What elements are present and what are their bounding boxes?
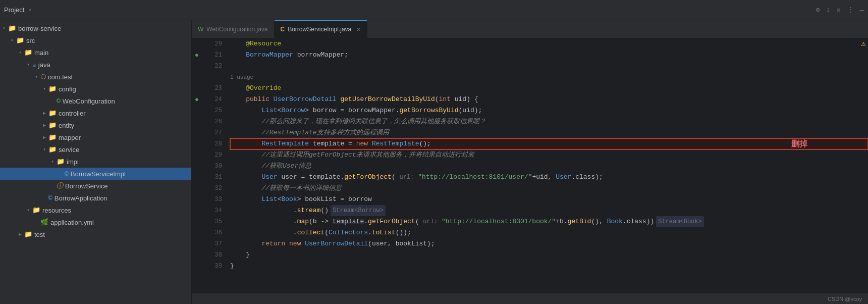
top-bar: Project ▾ ⊕ ↕ ✕ ⋮ — — [0, 0, 868, 20]
tree-arrow: ▾ — [8, 37, 16, 43]
line-num: 23 — [202, 83, 222, 94]
gutter-cell — [192, 161, 202, 172]
code-token — [230, 105, 261, 116]
refresh-icon[interactable]: ↕ — [826, 6, 830, 14]
code-token: } — [230, 249, 250, 261]
code-token: map — [297, 216, 309, 227]
code-token — [230, 238, 261, 249]
class-icon: © — [57, 97, 61, 105]
add-icon[interactable]: ⊕ — [816, 6, 820, 14]
sidebar-item-java[interactable]: ▾ ☕ java — [0, 59, 191, 71]
tree-arrow: ▾ — [0, 25, 8, 31]
sidebar-item-controller[interactable]: ▶ 📁 controller — [0, 107, 191, 119]
sidebar-item-test[interactable]: ▶ 📁 test — [0, 228, 191, 240]
code-token: UserBorrowDetail — [274, 94, 337, 105]
code-token — [368, 138, 372, 149]
sidebar-item-borrowserviceimpl[interactable]: © BorrowServiceImpl — [0, 168, 191, 180]
code-content[interactable]: @Resource BorrowMapper borrowMapper; 1 u… — [226, 38, 868, 293]
sidebar-item-service[interactable]: ▾ 📁 service — [0, 143, 191, 156]
folder-icon: 📁 — [24, 230, 32, 238]
sidebar-item-label: BorrowServiceImpl — [71, 170, 126, 178]
editor-area: W WebConfiguration.java C BorrowServiceI… — [192, 20, 868, 304]
tree-arrow: ▾ — [40, 146, 48, 153]
code-token — [230, 49, 246, 61]
sidebar-item-borrow-service[interactable]: ▾ 📁 borrow-service — [0, 22, 191, 34]
sidebar-item-config[interactable]: ▾ 📁 config — [0, 83, 191, 95]
delete-annotation: 删掉 — [791, 138, 807, 150]
param-hint: url: — [400, 172, 414, 183]
tab-webconfiguration[interactable]: W WebConfiguration.java — [192, 20, 275, 38]
tab-label: WebConfiguration.java — [206, 26, 267, 33]
sidebar-item-impl[interactable]: ▾ 📁 impl — [0, 156, 191, 168]
code-token: User — [556, 172, 571, 183]
tab-icon: W — [198, 26, 203, 33]
code-token: "http://localhost:8301/book/" — [442, 216, 556, 227]
sidebar-item-label: impl — [67, 158, 79, 166]
sidebar-item-borrowservice[interactable]: ⓘ BorrowService — [0, 180, 191, 192]
code-line: public UserBorrowDetail getUserBorrowDet… — [230, 94, 868, 105]
code-token: (b -> — [309, 216, 333, 227]
gutter-cell — [192, 83, 202, 94]
sidebar-item-label: application.yml — [50, 219, 94, 226]
sidebar-item-com-test[interactable]: ▾ ⬡ com.test — [0, 71, 191, 83]
sidebar-item-main[interactable]: ▾ 📁 main — [0, 46, 191, 59]
tree-arrow: ▶ — [40, 110, 48, 116]
code-token: return — [261, 238, 285, 249]
code-token: //那么问题来了，现在拿到借阅关联信息了，怎么调用其他服务获取信息呢？ — [230, 116, 486, 127]
minimize-icon[interactable]: — — [860, 6, 864, 14]
folder-icon: 📁 — [48, 145, 57, 154]
sidebar-item-webconfiguration[interactable]: © WebConfiguration — [0, 95, 191, 107]
code-token: (), — [591, 216, 607, 227]
code-token: getBorrowsByUid — [400, 105, 459, 116]
code-token: public — [246, 94, 269, 105]
sidebar-item-application-yml[interactable]: 🌿 application.yml — [0, 216, 191, 228]
sidebar-item-mapper[interactable]: ▶ 📁 mapper — [0, 131, 191, 143]
tree-arrow: ▾ — [40, 86, 48, 92]
tab-close-icon[interactable]: ✕ — [356, 26, 361, 33]
sidebar-item-src[interactable]: ▾ 📁 src — [0, 34, 191, 46]
folder-icon: 📁 — [57, 158, 65, 166]
code-token: BorrowMapper — [246, 49, 297, 61]
tree-arrow: ▶ — [40, 122, 48, 128]
sidebar-item-label: java — [38, 61, 50, 69]
close-icon[interactable]: ✕ — [836, 6, 840, 14]
sidebar-item-resources[interactable]: ▾ 📁 resources — [0, 204, 191, 216]
code-token — [301, 238, 305, 249]
tab-bar: W WebConfiguration.java C BorrowServiceI… — [192, 20, 868, 38]
gutter-cell — [192, 205, 202, 216]
gutter-cell — [192, 72, 202, 83]
line-num: 24 — [202, 94, 222, 105]
code-token: . — [364, 216, 368, 227]
code-token: +b. — [556, 216, 567, 227]
sidebar-item-entity[interactable]: ▶ 📁 entity — [0, 119, 191, 131]
line-num: 36 — [202, 227, 222, 238]
breakpoint-icon: ● — [195, 96, 199, 104]
code-token — [230, 194, 261, 205]
sidebar-item-label: BorrowApplication — [55, 194, 107, 202]
credit-text: CSDN @vcoy — [828, 296, 862, 302]
code-token: new — [356, 138, 368, 149]
code-token: getUserBorrowDetailByUid — [340, 94, 435, 105]
code-token — [269, 94, 274, 105]
code-token: collect — [297, 227, 325, 238]
sidebar-item-borrowapplication[interactable]: © BorrowApplication — [0, 192, 191, 204]
delete-label-text: 删掉 — [791, 139, 807, 148]
code-token: . — [230, 216, 297, 227]
line-num: 32 — [202, 183, 222, 194]
code-token — [230, 138, 261, 149]
gutter-cell — [192, 249, 202, 261]
code-line: } — [230, 249, 868, 261]
code-token: int — [439, 94, 451, 105]
code-line: //RestTemplate支持多种方式的远程调用 — [230, 127, 868, 138]
annotation: @Override — [230, 83, 281, 94]
dropdown-arrow-icon[interactable]: ▾ — [28, 7, 31, 13]
gutter-cell — [192, 138, 202, 149]
tree-arrow: ▾ — [32, 74, 40, 80]
more-icon[interactable]: ⋮ — [847, 6, 854, 14]
param-hint: url: — [423, 216, 438, 227]
line-num: 31 — [202, 172, 222, 183]
folder-icon: 📁 — [8, 24, 16, 32]
tab-borrowserviceimpl[interactable]: C BorrowServiceImpl.java ✕ — [275, 20, 368, 38]
sidebar-item-label: BorrowService — [65, 182, 108, 190]
stream-hint2: Stream<Book> — [656, 216, 703, 227]
